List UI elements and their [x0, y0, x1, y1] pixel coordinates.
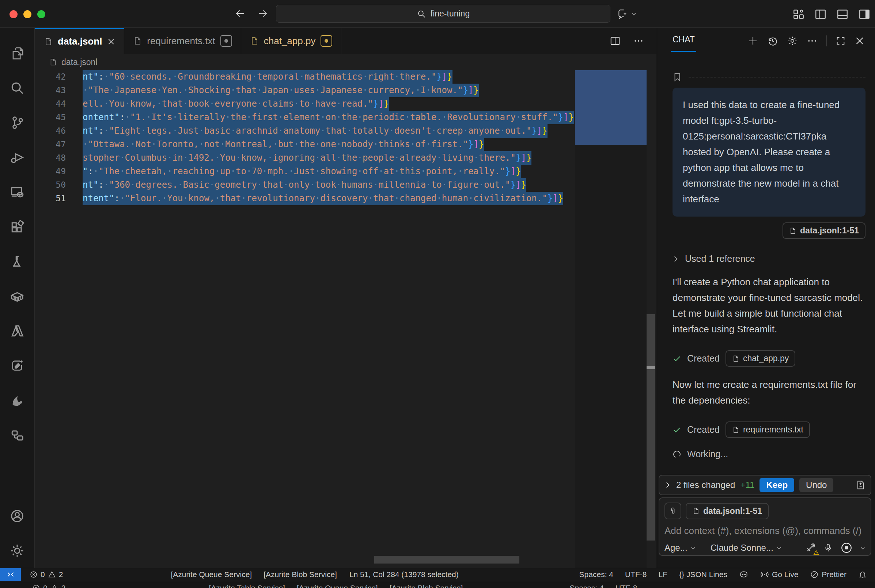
mode-picker[interactable]: Age... — [665, 543, 696, 553]
horizontal-scrollbar[interactable] — [374, 556, 519, 564]
minimap[interactable] — [575, 70, 646, 568]
azurite-queue-service[interactable]: [Azurite Queue Service] — [171, 570, 252, 579]
attach-context-button[interactable] — [665, 502, 681, 519]
bookmark-icon[interactable] — [672, 72, 682, 82]
code-line-45[interactable]: 45ontent":·"1.·It's·literally·the·first·… — [35, 111, 576, 124]
workflow-icon[interactable] — [8, 417, 26, 452]
code-editor[interactable]: 42nt":·"60·seconds.·Groundbreaking·tempo… — [35, 70, 656, 568]
code-line-49[interactable]: 49":·"The·cheetah,·reaching·up·to·70·mph… — [35, 165, 576, 178]
containers-icon[interactable] — [8, 279, 26, 314]
prettier-status[interactable]: Prettier — [810, 570, 846, 579]
tab-chat-app-py[interactable]: chat_app.py — [241, 28, 342, 54]
more-actions-icon[interactable] — [807, 35, 818, 46]
testing-icon[interactable] — [8, 244, 26, 279]
tools-icon[interactable] — [805, 542, 816, 553]
file-icon — [732, 426, 740, 434]
azurite-blob-service[interactable]: [Azurite Blob Service] — [263, 570, 337, 579]
user-message-text: I used this data to create a fine-tuned … — [683, 99, 840, 204]
keep-button[interactable]: Keep — [759, 478, 794, 492]
code-line-44[interactable]: 44ell.·You·know,·that·book·everyone·clai… — [35, 97, 576, 111]
fabric-icon[interactable] — [8, 383, 26, 417]
indentation-indicator[interactable]: Spaces: 4 — [579, 570, 613, 579]
vertical-scrollbar[interactable] — [646, 314, 655, 540]
source-control-icon[interactable] — [8, 105, 26, 140]
created-file-row: Created requirements.txt — [672, 422, 866, 438]
accounts-icon[interactable] — [8, 498, 26, 533]
tab-data-jsonl[interactable]: data.jsonl — [35, 28, 124, 54]
mic-icon[interactable] — [824, 543, 833, 553]
code-line-50[interactable]: 50nt":·"360·degrees.·Basic·geometry·that… — [35, 178, 576, 192]
model-picker[interactable]: Claude Sonne... — [711, 543, 782, 553]
go-live-label: Go Live — [772, 570, 798, 579]
language-mode[interactable]: {} JSON Lines — [679, 570, 727, 579]
code-line-51[interactable]: 51ntent":·"Flour.·You·know,·that·revolut… — [35, 192, 576, 205]
zoom-traffic-light[interactable] — [37, 10, 45, 18]
code-line-48[interactable]: 48stopher·Columbus·in·1492.·You·know,·ig… — [35, 151, 576, 165]
chevron-right-icon[interactable] — [665, 482, 671, 488]
close-panel-icon[interactable] — [854, 36, 865, 46]
forward-arrow-icon[interactable] — [257, 7, 269, 20]
notifications-bell-icon[interactable] — [858, 570, 867, 579]
view-diff-icon[interactable] — [855, 480, 866, 490]
encoding-indicator[interactable]: UTF-8 — [625, 570, 647, 579]
line-number: 49 — [35, 165, 66, 178]
eol-indicator[interactable]: LF — [659, 570, 668, 579]
run-debug-icon[interactable] — [8, 140, 26, 175]
command-center-search[interactable]: fine-tuning — [276, 5, 610, 22]
context-chip[interactable]: data.jsonl:1-51 — [686, 503, 769, 519]
minimize-traffic-light[interactable] — [23, 10, 32, 18]
created-file-chip[interactable]: chat_app.py — [726, 350, 795, 367]
code-line-47[interactable]: 47·"Ottawa.·Not·Toronto,·not·Montreal,·b… — [35, 138, 576, 151]
search-icon[interactable] — [8, 70, 26, 105]
close-traffic-light[interactable] — [9, 10, 18, 18]
copilot-edits-icon[interactable] — [8, 348, 26, 383]
created-file-chip[interactable]: requirements.txt — [726, 422, 810, 438]
extensions-icon[interactable] — [8, 209, 26, 244]
line-number: 50 — [35, 178, 66, 192]
indentation-indicator: Spaces: 4 — [570, 584, 603, 588]
tab-chat[interactable]: CHAT — [672, 35, 695, 47]
chat-input-box[interactable]: data.jsonl:1-51 Add context (#), extensi… — [659, 497, 871, 556]
azure-icon[interactable] — [8, 314, 26, 348]
cursor-position[interactable]: Ln 51, Col 284 (13978 selected) — [349, 570, 459, 579]
customize-layout-icon[interactable] — [792, 8, 805, 21]
toggle-primary-sidebar-icon[interactable] — [814, 8, 827, 21]
go-live-button[interactable]: Go Live — [760, 570, 798, 579]
created-file-row: Created chat_app.py — [672, 350, 866, 367]
toggle-panel-icon[interactable] — [836, 8, 849, 21]
explorer-icon[interactable] — [8, 36, 26, 70]
code-line-42[interactable]: 42nt":·"60·seconds.·Groundbreaking·tempo… — [35, 70, 576, 84]
modified-dot-icon[interactable] — [220, 35, 232, 47]
lines-added-badge: +11 — [740, 480, 755, 490]
code-line-46[interactable]: 46nt":·"Eight·legs.·Just·basic·arachnid·… — [35, 124, 576, 138]
copilot-menu-button[interactable] — [617, 8, 637, 20]
modified-dot-icon[interactable] — [320, 35, 332, 47]
stop-generating-button[interactable] — [840, 542, 853, 554]
problems-indicator[interactable]: 0 2 — [30, 570, 63, 579]
tab-requirements-txt[interactable]: requirements.txt — [124, 28, 241, 54]
attachment-chip[interactable]: data.jsonl:1-51 — [783, 222, 866, 239]
selected-text: ":·"The·cheetah,·reaching·up·to·70·mph.·… — [83, 165, 521, 178]
line-number: 43 — [35, 84, 66, 97]
maximize-panel-icon[interactable] — [836, 36, 846, 46]
undo-button[interactable]: Undo — [799, 478, 833, 492]
chat-history-icon[interactable] — [767, 35, 778, 46]
close-icon[interactable] — [107, 38, 115, 46]
code-line-43[interactable]: 43·"The·Japanese·Yen.·Shocking·that·Japa… — [35, 84, 576, 97]
new-chat-icon[interactable] — [747, 35, 758, 46]
more-actions-icon[interactable] — [633, 35, 644, 46]
breadcrumb[interactable]: data.jsonl — [35, 54, 656, 70]
remote-explorer-icon[interactable] — [8, 175, 26, 209]
settings-gear-icon[interactable] — [787, 35, 798, 46]
toggle-secondary-sidebar-icon[interactable] — [858, 8, 870, 21]
selected-text: ·"Ottawa.·Not·Toronto,·not·Montreal,·but… — [83, 138, 484, 151]
tab-label: chat_app.py — [264, 35, 316, 47]
used-references-toggle[interactable]: Used 1 reference — [672, 254, 866, 264]
back-arrow-icon[interactable] — [234, 7, 247, 20]
copilot-status-icon[interactable] — [739, 570, 749, 579]
chat-input-placeholder[interactable]: Add context (#), extensions (@), command… — [665, 525, 866, 537]
chevron-down-icon[interactable] — [860, 545, 866, 551]
split-editor-icon[interactable] — [610, 35, 621, 46]
settings-icon[interactable] — [8, 533, 26, 568]
remote-indicator[interactable] — [0, 568, 21, 581]
